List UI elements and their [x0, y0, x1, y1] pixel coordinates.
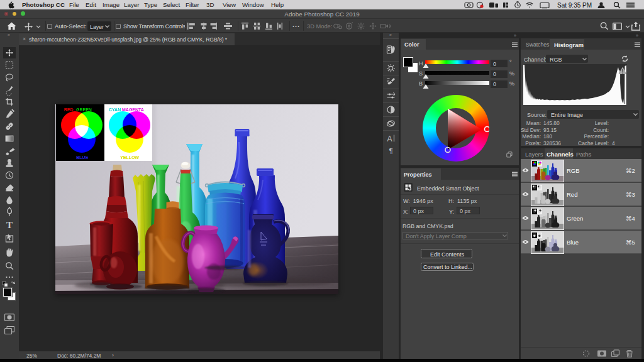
- svg-text:MAGENTA: MAGENTA: [122, 107, 144, 112]
- svg-text:¶: ¶: [389, 147, 392, 155]
- svg-text:BLUE: BLUE: [76, 155, 88, 160]
- svg-text:RED: RED: [64, 107, 74, 112]
- svg-text:A: A: [387, 134, 392, 143]
- svg-text:CYAN: CYAN: [109, 107, 121, 112]
- svg-text:GREEN: GREEN: [76, 107, 92, 112]
- svg-text:YELLOW: YELLOW: [120, 155, 139, 160]
- svg-text:T: T: [6, 220, 13, 230]
